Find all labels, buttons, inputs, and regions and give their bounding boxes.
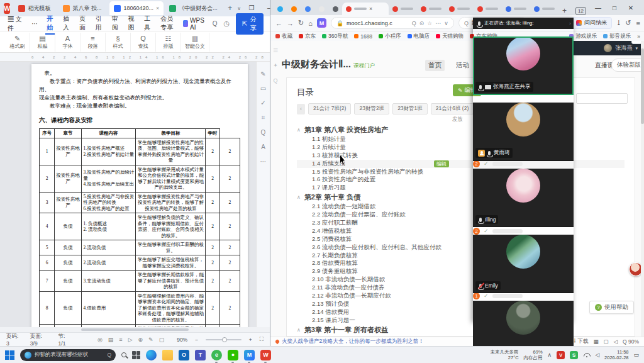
toc-section-header[interactable]: ∧ 第1章 第八章 投资性房地产	[297, 125, 625, 135]
outlook-icon[interactable]: O	[179, 350, 189, 360]
toc-item[interactable]: 2.8 借款费用核算 2 ✓	[297, 259, 625, 267]
pinned-browser-tab[interactable]	[273, 3, 287, 15]
app-icon[interactable]: ✦	[273, 62, 278, 69]
toc-item[interactable]: 2.1 流动负债—短期借款 3 ✓	[297, 203, 625, 211]
class-tab[interactable]: 23财管1班	[392, 103, 428, 114]
toc-item-label[interactable]: 2.12 非流动负债—长期应付款	[312, 292, 391, 300]
view-mode-icon[interactable]: ▢	[159, 337, 165, 343]
toc-item-label[interactable]: 2.15 课后习题一	[312, 316, 355, 325]
tab-list-chevron-icon[interactable]: ∨	[237, 6, 241, 11]
toc-item-label[interactable]: 2.8 借款费用核算	[312, 259, 358, 267]
view-mode-icon[interactable]: ⊕	[138, 337, 143, 343]
ribbon-tool[interactable]: ☷ 排版	[156, 33, 181, 52]
view-mode-icon[interactable]: ✎	[148, 337, 153, 343]
active-browser-tab[interactable]: ×	[342, 3, 389, 15]
menu-item[interactable]: 页面	[78, 13, 88, 35]
ribbon-tool[interactable]: ≡ 段落	[80, 33, 106, 52]
menu-item[interactable]: 审阅	[111, 13, 121, 35]
toc-item-label[interactable]: 2.7 长期负债核算	[312, 252, 358, 260]
show-hidden-icons-chevron[interactable]: ∧	[548, 352, 552, 358]
menu-item[interactable]: 引用	[94, 13, 104, 35]
toc-item[interactable]: 2.14 借款费用 1 ✓	[297, 308, 625, 316]
tray-app-s-icon[interactable]: S	[570, 351, 578, 359]
browser-tab[interactable]	[502, 3, 530, 15]
dropdown-chevron-icon[interactable]: ∨	[444, 20, 448, 26]
course-portal-link[interactable]: 课程门户	[353, 62, 375, 70]
fit-page-icon[interactable]: ⛶	[260, 336, 264, 343]
cloud-sync-icon[interactable]: ◷	[223, 20, 230, 28]
windows-icon[interactable]: ▢	[603, 338, 608, 345]
side-tool-icon[interactable]: Q	[261, 129, 266, 136]
file-explorer-icon[interactable]	[162, 350, 173, 360]
menu-icon[interactable]: ≡	[636, 20, 640, 27]
toc-item-label[interactable]: 1.3 核算模式转换	[312, 152, 358, 160]
toc-section-header[interactable]: ∧ 第2章 第十章 负债	[297, 192, 625, 203]
menu-item[interactable]: 工具	[143, 13, 153, 35]
promo-link[interactable]: 火柴人战争遗产2攻略大全，让你的每一步都成为胜利之箭！	[275, 338, 424, 345]
tab-close-icon[interactable]: ×	[156, 5, 159, 11]
menu-file[interactable]: ☰ 文件	[6, 14, 24, 34]
toc-item[interactable]: 1.1 初始计量 5 ✓	[297, 135, 625, 143]
toc-item[interactable]: 2.10 非流动负债—长期借款 2 ✓	[297, 276, 625, 284]
toc-item-label[interactable]: 1.7 课后习题	[312, 184, 346, 192]
side-tool-icon[interactable]: ✓	[260, 99, 265, 106]
ribbon-tool[interactable]: ✎ 格式刷	[5, 33, 30, 52]
browser-360-icon[interactable]: e	[211, 350, 222, 360]
toc-item[interactable]: 1.7 课后习题 ✓	[297, 184, 625, 192]
toc-item-label[interactable]: 2.5 消费税核算	[312, 235, 352, 243]
wifi-icon[interactable]	[583, 352, 590, 358]
address-bar[interactable]: 🔒 mooc1.chaoxing.c Q ⊙ ☆ ⋯ ∨	[331, 17, 454, 29]
toc-item[interactable]: 2.12 非流动负债—长期应付款 1 ✓	[297, 292, 625, 300]
toc-item-label[interactable]: 2.14 借款费用	[312, 308, 349, 316]
side-tool-icon[interactable]: ▭	[260, 85, 266, 92]
new-tab-button[interactable]: +	[558, 6, 570, 15]
zoom-slider[interactable]	[206, 339, 242, 340]
participant-video-tile[interactable]: 张海燕正在共享	[473, 36, 574, 95]
new-document-tab-button[interactable]: +	[224, 4, 236, 13]
bookmark-item[interactable]: 影音娱乐	[603, 33, 631, 40]
toc-item-label[interactable]: 1.2 后续计量	[312, 143, 346, 152]
search-in-page-icon[interactable]: Q	[412, 20, 416, 26]
page-scrollbar[interactable]	[641, 41, 644, 337]
menu-more[interactable]: ⋯	[30, 19, 39, 28]
edge-icon[interactable]	[146, 350, 157, 360]
browser-tab[interactable]	[417, 3, 445, 15]
toc-item[interactable]: 1.3 核算模式转换 2 ✓	[297, 152, 625, 160]
horizontal-scrollbar[interactable]	[0, 327, 270, 332]
scroll-left-icon[interactable]: ‹	[297, 104, 305, 114]
notification-center-icon[interactable]: ▭	[633, 352, 639, 358]
bookmark-item[interactable]: 1688	[354, 33, 372, 40]
back-icon[interactable]: ←	[275, 20, 282, 27]
zoom-out-button[interactable]: −	[195, 337, 198, 343]
site-user-menu[interactable]: 张海燕 ▾ ⇱	[570, 41, 644, 55]
toc-item[interactable]: 1.5 投资性房地产与非投资性房地产的转换 2 ✓	[297, 168, 625, 176]
bookmark-item[interactable]: 天猫购物	[436, 33, 464, 40]
bookmark-item[interactable]: »	[637, 33, 640, 40]
ribbon-tool[interactable]: Q 查找	[131, 33, 156, 52]
wps-icon[interactable]: W	[260, 350, 271, 360]
document-canvas[interactable]: 表。 教学重点：资产负债表的列报方法、利润表的列报方法、现金流量表概念及作用、 …	[0, 62, 270, 327]
share-button[interactable]: ⇱分享	[236, 13, 264, 35]
side-tool-icon[interactable]: ⌗	[262, 114, 265, 121]
tab-count-badge[interactable]: 12	[575, 7, 586, 15]
ribbon-tool[interactable]: A 字体	[55, 33, 80, 52]
pinned-browser-tab[interactable]	[301, 3, 314, 15]
bookmark-item[interactable]: 小程序	[379, 33, 401, 40]
start-button[interactable]	[5, 350, 14, 360]
course-nav-item[interactable]: 活动	[453, 60, 472, 71]
class-tab[interactable]: 21会计 7班(2)	[308, 103, 351, 114]
side-tool-icon[interactable]: ✎	[260, 70, 265, 77]
meeting-app-icon[interactable]: M	[244, 350, 255, 360]
reader-icon[interactable]: ⊙	[419, 20, 425, 26]
bookmark-item[interactable]: 电脑店	[408, 33, 430, 40]
download-icon[interactable]: ⭣	[617, 19, 620, 27]
toc-item[interactable]: 2.15 课后习题一 ✓	[297, 316, 625, 325]
weather-widget[interactable]: 未来几天多雨 27°C	[491, 349, 519, 360]
toc-item-label[interactable]: 2.6 流动负债—应付股利、应付利息、其他应付款	[312, 243, 441, 252]
memory-usage-widget[interactable]: 69% 内存占用	[524, 349, 543, 360]
toc-item-label[interactable]: 2.3 应付职工薪酬	[312, 219, 358, 227]
menu-item[interactable]: 会员专享	[159, 13, 177, 35]
download-button[interactable]: ⭣ 下载	[574, 338, 588, 345]
view-mode-icon[interactable]: ▷	[128, 337, 133, 343]
toc-item-label[interactable]: 2.2 流动负债—应付票据、应付账款	[312, 211, 406, 219]
